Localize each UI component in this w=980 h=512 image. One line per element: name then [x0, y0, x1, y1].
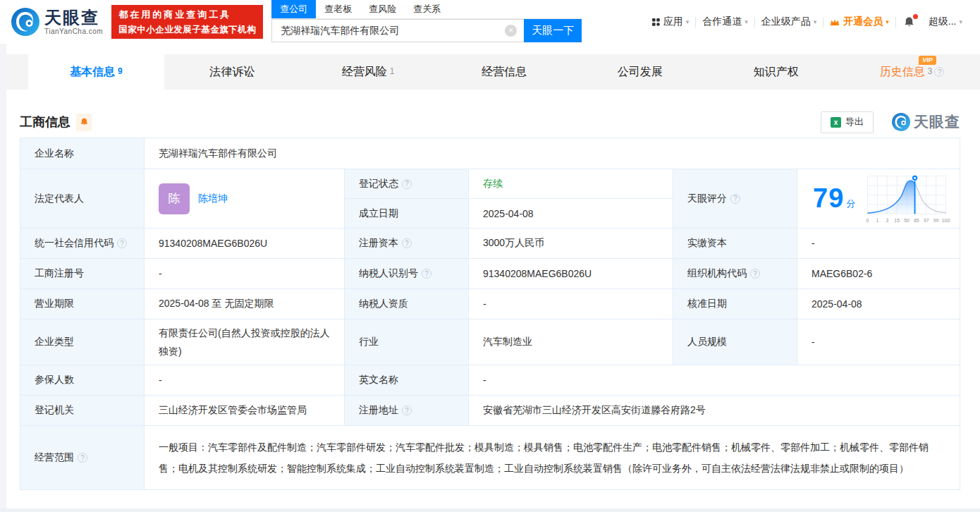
tianyancha-logo[interactable]: 天眼查 TianYanCha.com — [11, 8, 103, 36]
avatar[interactable]: 陈 — [159, 183, 190, 214]
svg-text:1: 1 — [876, 218, 879, 223]
reg-capital-label: 注册资本? — [345, 228, 469, 259]
svg-text:85: 85 — [914, 218, 919, 223]
business-info-header: 工商信息 x 导出 天眼查 — [20, 109, 960, 135]
banner-line2: 国家中小企业发展子基金旗下机构 — [118, 24, 256, 36]
section-title: 工商信息 — [20, 114, 71, 130]
credit-code-label: 统一社会信用代码? — [20, 228, 145, 259]
score-distribution-chart: 0 1 3 15 50 85 97 99 100 — [864, 170, 953, 228]
tianyancha-swirl-icon — [892, 113, 910, 131]
chevron-down-icon: ▾ — [886, 18, 889, 25]
reg-address-value: 安徽省芜湖市三山经济开发区高安街道滕谷府路2号 — [469, 396, 960, 426]
reg-capital-value: 3000万人民币 — [469, 228, 673, 259]
svg-text:0: 0 — [866, 218, 869, 223]
business-term-label: 营业期限 — [20, 289, 145, 319]
credit-code-value: 91340208MAEG6B026U — [145, 228, 345, 259]
score-number: 79 — [813, 183, 844, 214]
export-button[interactable]: x 导出 — [821, 111, 874, 133]
page-left-edge — [0, 44, 6, 512]
reg-status-label: 登记状态? — [345, 169, 469, 199]
help-icon[interactable]: ? — [730, 194, 740, 204]
org-code-label: 组织机构代码? — [673, 259, 797, 289]
svg-text:99: 99 — [933, 218, 939, 223]
help-icon[interactable]: ? — [117, 238, 127, 248]
search-tab-relation[interactable]: 查关系 — [405, 0, 449, 18]
company-type-value: 有限责任公司(自然人投资或控股的法人独资) — [145, 319, 345, 365]
chevron-down-icon: ▾ — [745, 18, 748, 25]
org-code-value: MAEG6B02-6 — [797, 259, 960, 289]
taxpayer-id-label: 纳税人识别号? — [345, 259, 469, 289]
search-tab-company[interactable]: 查公司 — [271, 0, 316, 18]
tyc-score-label: 天眼评分? — [673, 169, 797, 228]
crown-icon — [830, 18, 840, 27]
bell-icon — [80, 117, 89, 127]
industry-value: 汽车制造业 — [469, 319, 673, 365]
english-name-value: - — [469, 365, 960, 396]
search-tabs: 查公司 查老板 查风险 查关系 — [271, 1, 582, 19]
approval-date-label: 核准日期 — [673, 289, 797, 319]
nav-cooperation-label: 合作通道 — [702, 16, 742, 28]
watermark-text: 天眼查 — [914, 112, 960, 132]
business-scope-label: 经营范围? — [20, 426, 145, 489]
legal-rep-link[interactable]: 陈培坤 — [198, 193, 228, 205]
watermark-logo: 天眼查 — [892, 112, 960, 132]
search-button[interactable]: 天眼一下 — [524, 19, 582, 42]
help-icon[interactable]: ? — [422, 269, 431, 279]
svg-text:15: 15 — [895, 218, 900, 223]
industry-label: 行业 — [345, 319, 469, 365]
tab-operation-risk[interactable]: 经营风险 1 — [300, 54, 436, 90]
company-type-label: 企业类型 — [20, 319, 145, 365]
nav-enterprise-label: 企业级产品 — [761, 16, 811, 28]
vip-badge: VIP — [919, 56, 936, 65]
tab-label: 公司发展 — [618, 65, 663, 80]
nav-apps[interactable]: 应用 ▾ — [646, 16, 696, 28]
search-tab-boss[interactable]: 查老板 — [316, 0, 360, 18]
tab-company-development[interactable]: 公司发展 — [572, 54, 708, 90]
taxpayer-id-value: 91340208MAEG6B026U — [469, 259, 673, 289]
nav-user[interactable]: 超级... ▾ — [922, 16, 969, 28]
svg-text:3: 3 — [886, 218, 889, 223]
chevron-down-icon: ▾ — [959, 18, 962, 25]
taxpayer-quality-value: - — [469, 289, 673, 319]
tyc-score-value[interactable]: 79 分 0 1 3 15 50 — [797, 169, 960, 228]
approval-date-value: 2025-04-08 — [797, 289, 960, 319]
search-tab-risk[interactable]: 查风险 — [360, 0, 405, 18]
tab-legal[interactable]: 法律诉讼 — [164, 54, 300, 90]
business-scope-value: 一般项目：汽车零部件及配件制造；汽车零部件研发；汽车零配件批发；模具制造；模具销… — [145, 426, 960, 489]
export-label: 导出 — [845, 116, 864, 128]
nav-cooperation[interactable]: 合作通道 ▾ — [696, 16, 754, 28]
chevron-down-icon: ▾ — [814, 18, 817, 25]
tab-count: 1 — [390, 66, 395, 76]
nav-user-label: 超级... — [929, 16, 957, 28]
search-area: 查公司 查老板 查风险 查关系 × 天眼一下 — [271, 1, 582, 42]
tab-history-info[interactable]: 历史信息 VIP 3 ? — [844, 54, 980, 90]
nav-enterprise[interactable]: 企业级产品 ▾ — [755, 16, 823, 28]
help-icon[interactable]: ? — [78, 453, 87, 463]
status-badge: 存续 — [483, 178, 503, 190]
tab-intellectual-property[interactable]: 知识产权 — [708, 54, 844, 90]
company-name-value: 芜湖祥瑞汽车部件有限公司 — [145, 138, 960, 169]
svg-text:50: 50 — [904, 218, 909, 223]
paid-capital-label: 实缴资本 — [673, 228, 797, 259]
subscribe-bell-button[interactable] — [76, 114, 92, 131]
tab-count: 3 — [928, 66, 933, 76]
help-icon[interactable]: ? — [402, 179, 412, 189]
tab-label: 基本信息 — [70, 65, 115, 80]
help-icon[interactable]: ? — [750, 269, 760, 279]
search-input[interactable] — [271, 19, 524, 42]
tab-label: 经营信息 — [482, 65, 527, 80]
tab-operation-info[interactable]: 经营信息 — [436, 54, 572, 90]
help-icon[interactable]: ? — [402, 238, 412, 248]
banner-line1: 都在用的商业查询工具 — [118, 8, 256, 21]
company-name-label: 企业名称 — [20, 138, 145, 169]
header: 天眼查 TianYanCha.com 都在用的商业查询工具 国家中小企业发展子基… — [0, 0, 980, 44]
nav-apps-label: 应用 — [663, 16, 683, 28]
logo-domain: TianYanCha.com — [44, 28, 103, 35]
nav-vip[interactable]: 开通会员 ▾ — [823, 16, 895, 28]
reg-address-label: 注册地址? — [345, 396, 469, 426]
notifications-bell[interactable] — [896, 16, 922, 28]
reg-number-label: 工商注册号 — [20, 259, 145, 289]
tab-basic-info[interactable]: 基本信息 9 — [28, 54, 164, 90]
help-icon[interactable]: ? — [402, 406, 412, 415]
help-icon[interactable]: ? — [934, 67, 944, 77]
